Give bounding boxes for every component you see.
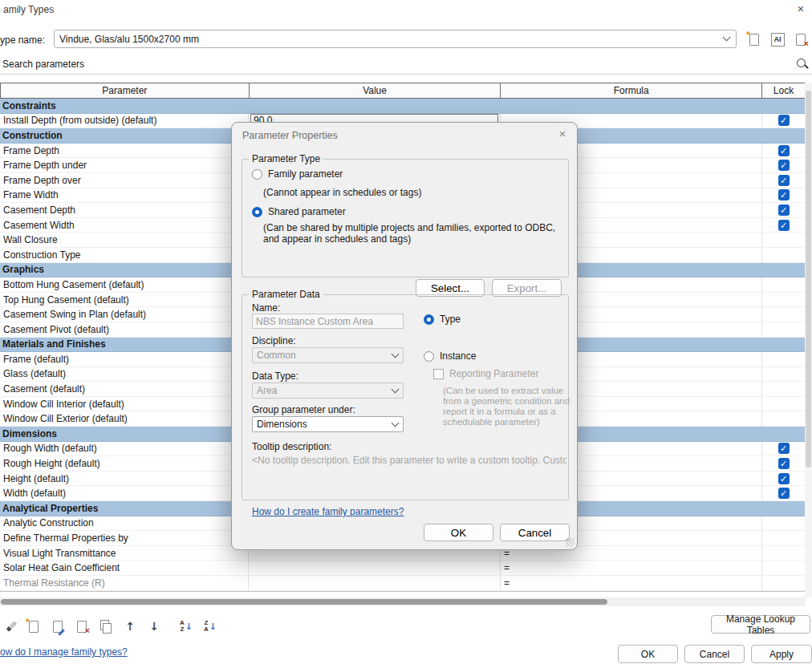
vertical-scrollbar[interactable] [805,83,812,597]
discipline-select[interactable]: Common [252,347,404,363]
edit-parameter-button[interactable] [2,617,21,636]
cancel-button[interactable]: Cancel [684,645,745,663]
checkbox-off-icon [433,369,444,379]
lock-cell: ✓ [762,456,806,472]
reporting-parameter-note: (Can be used to extract value from a geo… [443,386,570,427]
search-icon[interactable] [796,58,809,71]
lock-checkbox[interactable]: ✓ [778,458,790,469]
chevron-down-icon [392,419,400,427]
parameter-name-cell: Analytic Construction [0,516,249,532]
move-up-icon: ↑ [125,620,135,633]
lock-cell [762,382,806,397]
new-type-icon: * [749,34,759,46]
lock-checkbox[interactable]: ✓ [778,488,790,499]
chevron-down-icon [392,350,400,358]
reporting-parameter-checkbox[interactable]: Reporting Parameter [433,368,538,379]
value-cell[interactable] [249,576,501,591]
instance-radio[interactable]: Instance [424,350,476,362]
parameter-name-cell: Casement Width [0,218,249,233]
group-parameter-under-select[interactable]: Dimensions [252,416,404,432]
formula-cell[interactable]: = [501,561,762,576]
delete-type-icon: × [796,34,806,46]
lock-cell [762,397,806,412]
lock-checkbox[interactable]: ✓ [778,473,790,484]
parameter-name-cell: Solar Heat Gain Coefficient [0,561,249,576]
dialog-ok-button[interactable]: OK [424,524,493,541]
radio-off-icon [252,169,262,180]
type-radio[interactable]: Type [424,314,461,325]
lock-cell [762,576,806,591]
parameter-name-cell: Casement Depth [0,203,249,218]
resize-grip[interactable] [566,538,574,547]
parameter-data-legend: Parameter Data [249,289,323,300]
delete-parameter-icon: × [77,621,87,633]
discipline-value: Common [257,350,296,361]
lock-checkbox[interactable]: ✓ [778,443,790,454]
column-header-parameter[interactable]: Parameter [0,83,249,98]
duplicate-parameter-button[interactable] [96,617,116,636]
close-icon[interactable]: × [793,2,809,15]
shared-parameter-radio[interactable]: Shared parameter [252,206,346,217]
lock-checkbox[interactable]: ✓ [778,204,790,216]
horizontal-scrollbar-thumb[interactable] [1,599,607,605]
shared-parameter-icon [53,621,63,633]
section-row[interactable]: Constraints [0,99,806,114]
rename-type-icon: AI [771,33,785,47]
apply-button[interactable]: Apply [751,645,812,663]
parameter-name-cell: Rough Width (default) [0,442,249,457]
type-name-combobox[interactable]: Vindue, Glas/alu 1500x2700 mm [54,30,737,48]
search-parameters-field[interactable]: Search parameters [0,53,812,75]
new-type-button[interactable]: * [745,30,763,48]
table-row[interactable]: Thermal Resistance (R)= [0,576,806,591]
value-cell[interactable] [249,561,501,576]
vertical-scrollbar-thumb[interactable] [806,91,811,468]
family-types-window: amily Types × ype name: Vindue, Glas/alu… [0,0,812,664]
manage-lookup-tables-button[interactable]: Manage Lookup Tables [711,615,810,634]
data-type-select[interactable]: Area [252,383,404,399]
horizontal-scrollbar[interactable] [0,597,806,606]
create-family-parameters-help-link[interactable]: How do I create family parameters? [252,506,404,517]
radio-on-icon [252,207,262,217]
parameter-name-cell: Visual Light Transmittance [0,546,249,561]
dialog-close-icon[interactable]: × [554,127,570,140]
parameter-name-cell: Wall Closure [0,233,249,248]
edit-shared-parameter-button[interactable] [48,617,67,636]
rename-type-button[interactable]: AI [769,30,786,48]
sort-ascending-icon: AZ↓ [180,620,193,633]
section-label: Graphics [2,264,44,275]
lock-checkbox[interactable]: ✓ [778,220,790,231]
sort-ascending-button[interactable]: AZ↓ [177,617,196,636]
parameter-name-cell: Frame Depth under [0,158,249,173]
ok-button[interactable]: OK [618,645,678,663]
dialog-cancel-button[interactable]: Cancel [500,524,570,541]
column-header-value[interactable]: Value [249,83,501,98]
column-header-formula[interactable]: Formula [500,83,761,98]
lock-checkbox[interactable]: ✓ [778,115,790,126]
parameter-name-cell: Thermal Resistance (R) [0,576,249,591]
lock-checkbox[interactable]: ✓ [778,189,790,200]
column-header-lock[interactable]: Lock [761,83,805,98]
sort-descending-button[interactable]: ZA↓ [201,617,220,636]
parameter-name-cell: Top Hung Casement (default) [0,293,249,308]
manage-family-types-help-link[interactable]: ow do I manage family types? [0,646,128,658]
delete-parameter-button[interactable]: × [72,617,91,636]
new-parameter-icon: * [29,621,39,633]
table-row[interactable]: Solar Heat Gain Coefficient= [0,561,806,576]
lock-checkbox[interactable]: ✓ [778,175,790,186]
move-down-button[interactable]: ↓ [144,617,164,636]
new-parameter-button[interactable]: * [24,617,43,636]
instance-radio-label: Instance [440,350,476,362]
lock-checkbox[interactable]: ✓ [778,145,790,156]
parameter-name-cell: Glass (default) [0,367,249,383]
lock-cell [762,411,806,427]
delete-type-button[interactable]: × [792,30,810,48]
name-field[interactable]: NBS Instance Custom Area [252,314,404,329]
lock-checkbox[interactable]: ✓ [778,160,790,171]
type-name-label: ype name: [0,34,45,46]
chevron-down-icon [723,34,731,42]
section-label: Analytical Properties [2,503,98,514]
formula-cell[interactable]: = [501,576,762,591]
family-parameter-radio[interactable]: Family parameter [252,168,343,180]
move-up-button[interactable]: ↑ [120,617,140,636]
lock-cell: ✓ [762,173,806,188]
